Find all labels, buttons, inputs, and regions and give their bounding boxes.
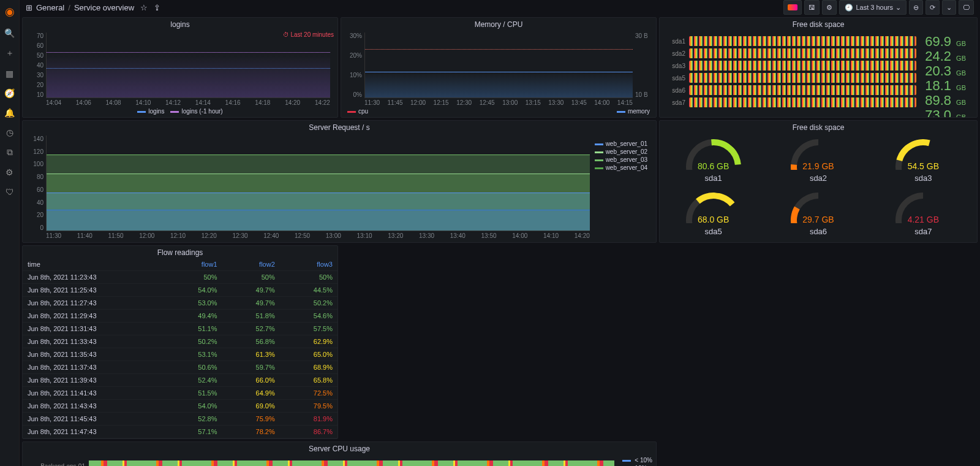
- panel-logins[interactable]: logins ⏱ Last 20 minutes 70605040302010 …: [22, 17, 338, 118]
- search-icon[interactable]: 🔍: [4, 28, 15, 38]
- axis-tick: 10: [28, 91, 43, 98]
- gauge-sda7: 4.21 GBsda7: [873, 190, 973, 239]
- axis-tick: 14:12: [165, 99, 181, 107]
- col-header-flow3[interactable]: flow3: [280, 258, 337, 271]
- axis-tick: 11:30: [46, 232, 61, 240]
- col-header-flow1[interactable]: flow1: [164, 258, 222, 271]
- refresh-button[interactable]: ⟳: [925, 0, 940, 15]
- panel-memory-cpu[interactable]: Memory / CPU 30%20%10%0% 30 B10 B 11:301…: [341, 17, 657, 118]
- col-header-flow2[interactable]: flow2: [222, 258, 280, 271]
- gauge-sda2: 21.9 GBsda2: [768, 137, 868, 185]
- goto-icon[interactable]: ◷: [6, 128, 13, 137]
- col-header-time[interactable]: time: [23, 258, 164, 271]
- axis-tick: 13:00: [326, 232, 341, 240]
- gauge-name: sda2: [810, 174, 827, 183]
- cycle-view-button[interactable]: 🖵: [959, 0, 974, 15]
- heat-bar: [689, 48, 916, 58]
- table-row: Jun 8th, 2021 11:43:4354.0%69.0%79.5%: [23, 400, 337, 413]
- axis-tick: 60: [28, 42, 43, 49]
- axis-tick: 11:30: [364, 99, 380, 107]
- grafana-logo-icon[interactable]: ◉: [5, 5, 15, 18]
- legend-item[interactable]: web_server_01: [595, 140, 647, 147]
- legend-item[interactable]: < 10%: [622, 457, 652, 464]
- time-range-label: Last 3 hours: [856, 4, 893, 11]
- save-button[interactable]: 🖫: [804, 0, 820, 15]
- cell-flow2: 49.7%: [222, 297, 280, 310]
- axis-tick: 14:00: [594, 99, 609, 107]
- axis-tick: 40: [28, 62, 43, 69]
- legend-item[interactable]: cpu: [347, 108, 368, 115]
- cell-flow2: 64.9%: [222, 387, 280, 400]
- table-row: Jun 8th, 2021 11:23:4350%50%50%: [23, 271, 337, 284]
- axis-tick: 80: [28, 174, 43, 180]
- zoom-out-button[interactable]: ⊖: [909, 0, 923, 15]
- shield-icon[interactable]: 🛡: [6, 187, 14, 197]
- panel-flow-readings[interactable]: Flow readings timeflow1flow2flow3 Jun 8t…: [22, 245, 338, 439]
- cell-flow2: 51.8%: [222, 310, 280, 323]
- legend-item[interactable]: memory: [617, 108, 650, 115]
- explore-icon[interactable]: 🧭: [4, 88, 15, 98]
- legend-item[interactable]: web_server_03: [595, 156, 647, 163]
- axis-tick: 14:10: [543, 232, 559, 240]
- config-icon[interactable]: ⚙: [6, 167, 13, 177]
- dashboards-icon[interactable]: ▦: [6, 69, 13, 78]
- legend-item[interactable]: web_server_04: [595, 164, 647, 171]
- axis-tick: 50: [28, 52, 43, 59]
- plus-icon[interactable]: ＋: [6, 48, 14, 59]
- page-title[interactable]: Service overview: [74, 3, 134, 12]
- gauge-sda1: 80.6 GBsda1: [663, 137, 763, 185]
- panel-title: Free disk space: [660, 121, 977, 133]
- gauge-sda3: 54.5 GBsda3: [873, 137, 973, 185]
- cell-flow3: 86.7%: [280, 426, 337, 438]
- share-icon[interactable]: ⇪: [154, 3, 160, 12]
- axis-tick: 30%: [346, 32, 362, 39]
- time-picker[interactable]: Last 3 hours ⌄: [839, 0, 907, 15]
- axis-tick: 12:30: [233, 232, 248, 240]
- axis-tick: 10%: [346, 72, 362, 78]
- settings-button[interactable]: ⚙: [822, 0, 837, 15]
- cell-flow3: 72.5%: [280, 387, 337, 400]
- server-label: Backend-ops-01: [31, 463, 85, 467]
- axis-tick: 11:50: [108, 232, 124, 240]
- axis-tick: 140: [28, 136, 43, 142]
- legend-item[interactable]: logins (-1 hour): [170, 108, 222, 115]
- axis-tick: 12:00: [139, 232, 154, 240]
- panel-free-disk-heat[interactable]: Free disk space sda1sda2sda3sda5sda6sda7…: [659, 17, 978, 118]
- refresh-interval-button[interactable]: ⌄: [942, 0, 956, 15]
- axis-tick: 13:00: [502, 99, 518, 107]
- star-icon[interactable]: ☆: [140, 3, 148, 12]
- breadcrumb: ⊞ General / Service overview: [26, 3, 134, 12]
- cell-flow1: 52.4%: [164, 374, 222, 387]
- legend-item[interactable]: web_server_02: [595, 148, 647, 155]
- axis-tick: 14:16: [225, 99, 241, 107]
- axis-tick: 13:10: [357, 232, 372, 240]
- panel-cpu-usage[interactable]: Server CPU usage < 10% 10%+ 60%+ 70%+ Ba…: [22, 441, 657, 466]
- disk-label: sda7: [667, 99, 685, 106]
- axis-tick: 60: [28, 186, 43, 193]
- table-row: Jun 8th, 2021 11:37:4350.6%59.7%68.9%: [23, 361, 337, 374]
- sidebar: ◉ 🔍 ＋ ▦ 🧭 🔔 ◷ ⧉ ⚙ 🛡: [0, 0, 20, 466]
- cell-flow2: 75.9%: [222, 413, 280, 426]
- legend-item[interactable]: logins: [137, 108, 164, 115]
- alerting-icon[interactable]: 🔔: [4, 108, 15, 118]
- breadcrumb-folder[interactable]: General: [36, 3, 64, 12]
- axis-tick: 12:40: [263, 232, 279, 240]
- cell-flow2: 56.8%: [222, 335, 280, 348]
- cell-flow3: 50%: [280, 271, 337, 284]
- cell-flow2: 59.7%: [222, 361, 280, 374]
- panel-free-disk-gauges[interactable]: Free disk space 80.6 GBsda121.9 GBsda254…: [659, 120, 978, 243]
- heat-bar: [689, 73, 916, 83]
- axis-tick: 30: [28, 72, 43, 78]
- disk-label: sda5: [667, 75, 685, 82]
- panel-server-requests[interactable]: Server Request / s 140120100806040200 we…: [22, 120, 657, 243]
- gauge-name: sda7: [914, 227, 932, 236]
- cell-flow1: 50.2%: [164, 335, 222, 348]
- apps-icon[interactable]: ⧉: [7, 147, 13, 158]
- disk-label: sda6: [667, 87, 685, 94]
- dashboard-grid-icon[interactable]: ⊞: [26, 3, 32, 12]
- cell-time: Jun 8th, 2021 11:47:43: [23, 426, 164, 438]
- table-row: Jun 8th, 2021 11:41:4351.5%64.9%72.5%: [23, 387, 337, 400]
- heat-bar: [689, 97, 916, 107]
- add-panel-button[interactable]: [783, 0, 802, 15]
- cell-time: Jun 8th, 2021 11:41:43: [23, 387, 164, 400]
